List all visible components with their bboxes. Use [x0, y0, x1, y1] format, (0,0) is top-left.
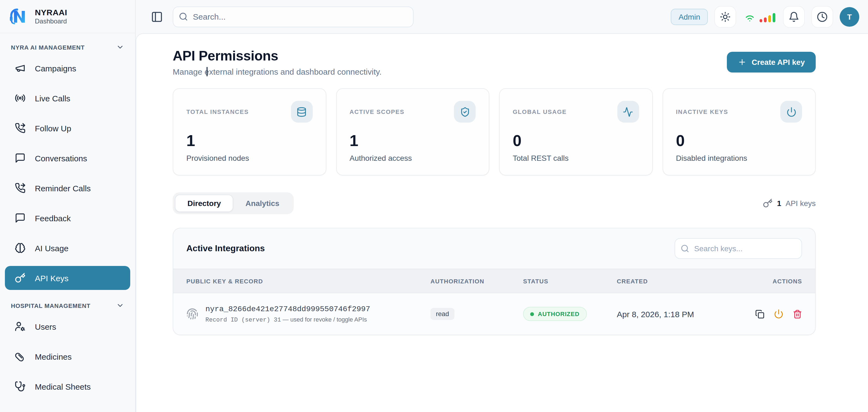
column-header-created: CREATED [617, 278, 748, 284]
sidebar-item-users[interactable]: Users [5, 314, 130, 339]
sidebar-item-medicines[interactable]: Medicines [5, 344, 130, 369]
stat-label: INACTIVE KEYS [676, 108, 728, 115]
sidebar-item-ai-usage[interactable]: AI Usage [5, 236, 130, 260]
sidebar-section-nyra-ai-management[interactable]: NYRA AI MANAGEMENT [5, 38, 130, 56]
chevron-down-icon [116, 43, 124, 51]
sidebar: NYRAAI Dashboard NYRA AI MANAGEMENT Camp… [0, 0, 136, 412]
table-row: nyra_8266de421e27748dd999550746f2997 Rec… [173, 293, 815, 335]
brand-name: NYRAAI [35, 8, 67, 17]
section-label: NYRA AI MANAGEMENT [11, 44, 85, 51]
table-header: PUBLIC KEY & RECORD AUTHORIZATION STATUS… [173, 269, 815, 293]
main-column: Admin T API Permissions [136, 0, 868, 412]
search-icon [179, 12, 188, 21]
brain-icon [15, 243, 26, 253]
column-header-authorization: AUTHORIZATION [430, 278, 523, 284]
public-key-value: nyra_8266de421e27748dd999550746f2997 [206, 305, 370, 313]
copy-key-button[interactable] [755, 309, 765, 319]
sidebar-item-reminder-calls[interactable]: Reminder Calls [5, 176, 130, 200]
trash-icon [793, 309, 802, 319]
stat-caption: Total REST calls [513, 154, 639, 162]
phone-forward-icon [15, 183, 26, 193]
page-title: API Permissions [173, 48, 382, 64]
copy-icon [755, 309, 765, 319]
sidebar-item-label: Campaigns [35, 63, 76, 73]
sidebar-item-medical-sheets[interactable]: Medical Sheets [5, 374, 130, 399]
brand-logo[interactable]: NYRAAI Dashboard [0, 0, 135, 33]
panel-header: Active Integrations [173, 228, 815, 269]
shield-check-icon [460, 106, 470, 117]
status-badge: AUTHORIZED [523, 307, 587, 321]
global-search-input[interactable] [173, 6, 413, 27]
section-label: HOSPITAL MANAGEMENT [11, 302, 90, 309]
sidebar-item-label: AI Usage [35, 243, 68, 253]
sidebar-section-hospital-management[interactable]: HOSPITAL MANAGEMENT [5, 296, 130, 314]
admin-role-badge[interactable]: Admin [671, 8, 708, 25]
plus-icon [738, 58, 747, 66]
tab-analytics[interactable]: Analytics [234, 195, 291, 212]
global-search [173, 6, 413, 27]
keys-search-input[interactable] [675, 238, 802, 259]
sidebar-item-label: Conversations [35, 153, 87, 163]
stat-caption: Disabled integrations [676, 154, 802, 162]
megaphone-icon [15, 63, 26, 73]
history-button[interactable] [811, 6, 833, 28]
chevron-down-icon [116, 302, 124, 310]
keys-search [675, 238, 802, 259]
sidebar-item-label: Medicines [35, 352, 72, 361]
clock-icon [817, 11, 828, 22]
brand-subtitle: Dashboard [35, 18, 67, 25]
fingerprint-icon [186, 308, 198, 320]
row-actions [748, 309, 802, 319]
api-keys-count-value: 1 [777, 199, 781, 208]
api-keys-count: 1 API keys [763, 198, 816, 208]
sidebar-item-label: Medical Sheets [35, 382, 91, 391]
column-header-actions: ACTIONS [748, 278, 802, 284]
sidebar-item-label: Users [35, 322, 56, 331]
stat-label: ACTIVE SCOPES [349, 108, 404, 115]
key-icon [763, 198, 773, 208]
active-integrations-panel: Active Integrations PUBLIC KEY & RECORD … [173, 228, 816, 335]
panel-left-icon [151, 11, 163, 23]
phone-forward-icon [15, 123, 26, 133]
sidebar-item-label: Follow Up [35, 123, 71, 133]
page-subtitle: Manage external integrations and dashboa… [173, 67, 382, 76]
stethoscope-icon [15, 381, 26, 392]
key-icon [15, 273, 26, 283]
sidebar-nav: NYRA AI MANAGEMENT Campaigns Live Calls … [0, 33, 135, 404]
user-cog-icon [15, 321, 26, 332]
sidebar-item-conversations[interactable]: Conversations [5, 146, 130, 170]
stat-value: 1 [349, 132, 476, 150]
sidebar-item-campaigns[interactable]: Campaigns [5, 56, 130, 80]
stat-card-active-scopes: ACTIVE SCOPES 1 Authorized access [336, 88, 489, 176]
column-header-status: STATUS [523, 278, 617, 284]
status-dot-icon [530, 312, 534, 316]
theme-toggle-button[interactable] [714, 6, 736, 28]
pill-icon [15, 351, 26, 362]
stat-value: 1 [186, 132, 312, 150]
public-key-cell: nyra_8266de421e27748dd999550746f2997 Rec… [186, 305, 430, 323]
created-date: Apr 8, 2026, 1:18 PM [617, 309, 748, 319]
sidebar-toggle-button[interactable] [148, 7, 166, 26]
user-avatar[interactable]: T [840, 7, 859, 26]
notifications-button[interactable] [783, 6, 805, 28]
delete-key-button[interactable] [793, 309, 802, 319]
headset-n-logo-icon [8, 5, 29, 27]
text-cursor [207, 67, 207, 76]
app-root: NYRAAI Dashboard NYRA AI MANAGEMENT Camp… [0, 0, 868, 412]
sidebar-item-label: Live Calls [35, 93, 70, 103]
bell-icon [788, 11, 799, 22]
database-icon [297, 106, 307, 117]
sidebar-item-api-keys[interactable]: API Keys [5, 266, 130, 290]
stat-value: 0 [513, 132, 639, 150]
topbar: Admin T [136, 0, 868, 33]
record-meta: Record ID (server) 31 — used for revoke … [206, 316, 370, 323]
sidebar-item-live-calls[interactable]: Live Calls [5, 86, 130, 110]
message-square-icon [15, 213, 26, 223]
tab-directory[interactable]: Directory [175, 195, 234, 212]
sidebar-item-follow-up[interactable]: Follow Up [5, 116, 130, 140]
power-icon [786, 106, 796, 117]
panel-title: Active Integrations [186, 244, 265, 253]
create-api-key-button[interactable]: Create API key [727, 52, 816, 72]
sidebar-item-feedback[interactable]: Feedback [5, 206, 130, 230]
toggle-key-button[interactable] [774, 309, 783, 319]
